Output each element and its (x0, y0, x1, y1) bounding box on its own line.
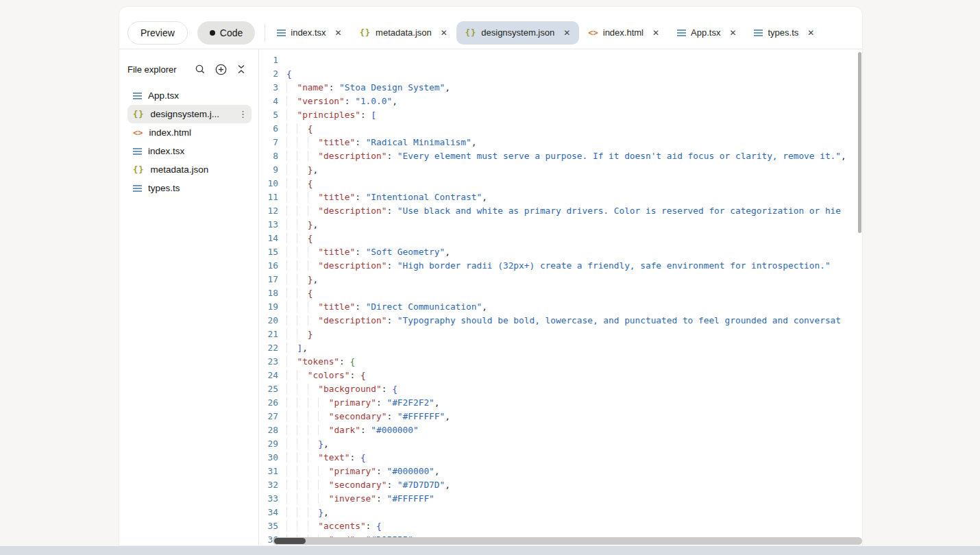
line-number: 33 (259, 492, 278, 506)
tab-metadata.json[interactable]: {}metadata.json✕ (351, 21, 456, 45)
code-line: 2{ (259, 67, 862, 81)
file-menu-kebab-icon[interactable]: ⋮ (238, 110, 247, 119)
horizontal-scrollbar[interactable] (273, 537, 862, 545)
file-explorer-sidebar: File explorer App.tsx{}designsystem.j...… (119, 49, 259, 545)
code-line: 21 } (259, 328, 862, 341)
collapse-icon[interactable] (231, 64, 252, 75)
code-line: 32 "secondary": "#7D7D7D", (259, 478, 862, 492)
code-text: "colors": { (286, 369, 862, 382)
code-line: 20 "description": "Typography should be … (259, 314, 862, 328)
file-explorer-header: File explorer (127, 60, 252, 78)
line-number: 10 (259, 177, 278, 190)
code-text: } (286, 328, 862, 341)
line-number: 18 (259, 286, 278, 300)
line-number: 6 (259, 122, 278, 136)
code-line: 34 }, (259, 506, 862, 519)
line-number: 2 (259, 67, 278, 81)
tab-close-icon[interactable]: ✕ (335, 29, 342, 37)
toolbar-divider (265, 23, 265, 42)
tab-label: designsystem.json (481, 27, 554, 38)
tab-App.tsx[interactable]: App.tsx✕ (668, 21, 745, 45)
code-line: 19 "title": "Direct Communication", (259, 300, 862, 314)
tab-designsystem.json[interactable]: {}designsystem.json✕ (456, 21, 579, 45)
code-text: "background": { (286, 382, 862, 396)
code-text: "title": "Soft Geometry", (286, 245, 862, 259)
code-line: 8 "description": "Every element must ser… (259, 149, 862, 163)
line-number: 25 (259, 382, 278, 396)
line-number: 34 (259, 506, 278, 519)
code-line: 22 ], (259, 341, 862, 355)
line-number: 5 (259, 108, 278, 122)
file-row-App.tsx[interactable]: App.tsx (127, 86, 252, 105)
code-line: 13 }, (259, 218, 862, 232)
code-text: "version": "1.0.0", (286, 95, 862, 108)
tab-close-icon[interactable]: ✕ (652, 29, 659, 37)
tab-types.ts[interactable]: types.ts✕ (745, 21, 823, 45)
file-explorer-title: File explorer (127, 64, 190, 75)
file-lines-icon (133, 148, 142, 155)
horizontal-scrollbar-thumb[interactable] (274, 538, 306, 544)
code-line: 31 "primary": "#000000", (259, 465, 862, 478)
file-row-metadata.json[interactable]: {}metadata.json (127, 160, 252, 179)
file-row-designsystem.j...[interactable]: {}designsystem.j...⋮ (127, 105, 252, 123)
tab-close-icon[interactable]: ✕ (729, 29, 736, 37)
json-braces-icon: {} (133, 165, 144, 175)
code-text: "description": "Typography should be bol… (286, 314, 862, 328)
code-text: ], (286, 341, 862, 355)
search-icon[interactable] (190, 64, 210, 75)
code-line: 3 "name": "Stoa Design System", (259, 81, 862, 95)
code-text: }, (286, 506, 862, 519)
tab-strip: index.tsx✕{}metadata.json✕{}designsystem… (268, 21, 862, 45)
code-line: 15 "title": "Soft Geometry", (259, 245, 862, 259)
code-line: 30 "text": { (259, 451, 862, 465)
add-file-icon[interactable] (210, 64, 231, 75)
line-number: 17 (259, 273, 278, 286)
code-line: 24 "colors": { (259, 369, 862, 382)
code-line: 27 "secondary": "#FFFFFF", (259, 410, 862, 423)
code-line: 33 "inverse": "#FFFFFF" (259, 492, 862, 506)
code-text: "title": "Direct Communication", (286, 300, 862, 314)
line-number: 20 (259, 314, 278, 328)
code-text: "description": "Use black and white as p… (286, 204, 862, 218)
vertical-scrollbar[interactable] (858, 51, 861, 530)
code-text: "secondary": "#7D7D7D", (286, 478, 862, 492)
file-row-types.ts[interactable]: types.ts (127, 179, 252, 197)
tab-close-icon[interactable]: ✕ (807, 29, 814, 37)
code-line: 16 "description": "High border radii (32… (259, 259, 862, 273)
tab-label: index.tsx (291, 27, 326, 38)
code-text: "tokens": { (286, 355, 862, 369)
preview-button[interactable]: Preview (127, 21, 188, 45)
code-line: 4 "version": "1.0.0", (259, 95, 862, 108)
line-number: 24 (259, 369, 278, 382)
file-name: App.tsx (148, 90, 247, 101)
tab-close-icon[interactable]: ✕ (441, 29, 448, 37)
line-number: 29 (259, 437, 278, 451)
vertical-scrollbar-thumb[interactable] (858, 52, 861, 233)
code-button-label: Code (220, 27, 243, 38)
tab-label: metadata.json (376, 27, 432, 38)
json-braces-icon: {} (465, 28, 476, 38)
code-line: 5 "principles": [ (259, 108, 862, 122)
code-text: }, (286, 273, 862, 286)
preview-button-label: Preview (140, 27, 175, 38)
code-lines: 12{3 "name": "Stoa Design System",4 "ver… (259, 49, 862, 545)
tab-index.tsx[interactable]: index.tsx✕ (268, 21, 350, 45)
tab-label: types.ts (768, 27, 798, 38)
code-button[interactable]: Code (197, 21, 255, 45)
line-number: 35 (259, 519, 278, 533)
file-row-index.tsx[interactable]: index.tsx (127, 142, 252, 160)
json-braces-icon: {} (133, 110, 144, 119)
tab-close-icon[interactable]: ✕ (563, 29, 570, 37)
code-active-dot-icon (210, 30, 215, 36)
code-text: { (286, 177, 862, 190)
screen: Preview Code index.tsx✕{}metadata.json✕{… (0, 0, 980, 555)
code-text: "name": "Stoa Design System", (286, 81, 862, 95)
line-number: 19 (259, 300, 278, 314)
line-number: 9 (259, 163, 278, 177)
tab-index.html[interactable]: <>index.html✕ (579, 21, 668, 45)
code-line: 14 { (259, 232, 862, 245)
code-text: "secondary": "#FFFFFF", (286, 410, 862, 423)
file-row-index.html[interactable]: <>index.html (127, 123, 252, 142)
code-editor[interactable]: 12{3 "name": "Stoa Design System",4 "ver… (259, 49, 862, 545)
line-number: 12 (259, 204, 278, 218)
